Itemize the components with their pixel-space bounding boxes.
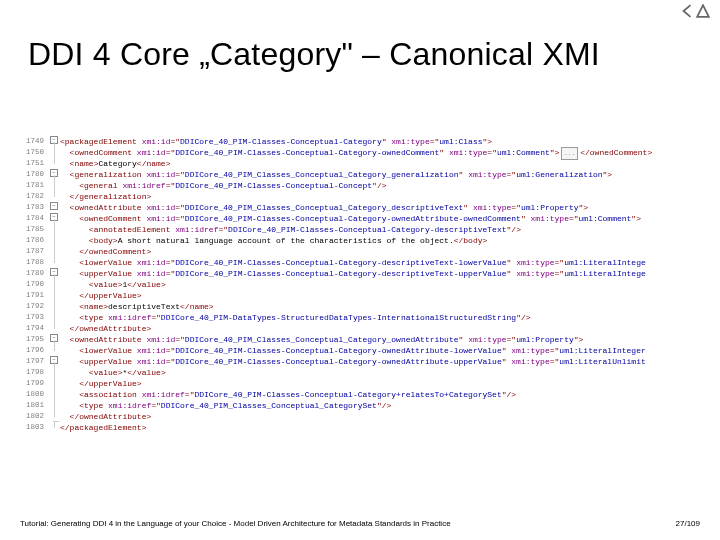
line-number: 1785 — [20, 224, 48, 235]
code-content: <ownedComment xmi:id="DDICore_40_PIM-Cla… — [60, 213, 641, 224]
code-line: 1800 <association xmi:idref="DDICore_40_… — [20, 389, 710, 400]
code-line: 1788 <lowerValue xmi:id="DDICore_40_PIM-… — [20, 257, 710, 268]
code-line: 1786 <body>A short natural language acco… — [20, 235, 710, 246]
xml-code-block: 1749−<packagedElement xmi:id="DDICore_40… — [20, 136, 710, 433]
line-number: 1802 — [20, 411, 48, 422]
code-line: 1797− <upperValue xmi:id="DDICore_40_PIM… — [20, 356, 710, 367]
code-content: <type xmi:idref="DDICore_40_PIM-DataType… — [60, 312, 531, 323]
code-content: </packagedElement> — [60, 422, 146, 433]
code-line: 1798 <value>*</value> — [20, 367, 710, 378]
line-number: 1796 — [20, 345, 48, 356]
line-number: 1783 — [20, 202, 48, 213]
line-number: 1803 — [20, 422, 48, 433]
code-line: 1749−<packagedElement xmi:id="DDICore_40… — [20, 136, 710, 147]
line-number: 1801 — [20, 400, 48, 411]
code-content: </ownedAttribute> — [60, 411, 151, 422]
code-content: <body>A short natural language account o… — [60, 235, 487, 246]
line-number: 1798 — [20, 367, 48, 378]
code-line: 1802 </ownedAttribute> — [20, 411, 710, 422]
next-icon[interactable] — [696, 4, 710, 22]
code-line: 1801 <type xmi:idref="DDICore_40_PIM_Cla… — [20, 400, 710, 411]
code-content: <general xmi:idref="DDICore_40_PIM-Class… — [60, 180, 387, 191]
code-line: 1791 </upperValue> — [20, 290, 710, 301]
code-content: <ownedAttribute xmi:id="DDICore_40_PIM_C… — [60, 202, 588, 213]
code-content: <upperValue xmi:id="DDICore_40_PIM-Class… — [60, 356, 646, 367]
code-content: <association xmi:idref="DDICore_40_PIM-C… — [60, 389, 516, 400]
code-content: </generalization> — [60, 191, 151, 202]
code-content: <lowerValue xmi:id="DDICore_40_PIM-Class… — [60, 345, 646, 356]
code-content: </upperValue> — [60, 378, 142, 389]
code-content: </ownedAttribute> — [60, 323, 151, 334]
code-content: <generalization xmi:id="DDICore_40_PIM_C… — [60, 169, 612, 180]
code-content: <lowerValue xmi:id="DDICore_40_PIM-Class… — [60, 257, 646, 268]
code-line: 1780− <generalization xmi:id="DDICore_40… — [20, 169, 710, 180]
code-line: 1750 <ownedComment xmi:id="DDICore_40_PI… — [20, 147, 710, 158]
line-number: 1786 — [20, 235, 48, 246]
slide: DDI 4 Core „Category" – Canonical XMI 17… — [0, 0, 720, 540]
code-content: <name>Category</name> — [60, 158, 170, 169]
code-line: 1799 </upperValue> — [20, 378, 710, 389]
code-line: 1803</packagedElement> — [20, 422, 710, 433]
prev-icon[interactable] — [680, 4, 694, 22]
line-number: 1751 — [20, 158, 48, 169]
line-number: 1789 — [20, 268, 48, 279]
code-content: <value>*</value> — [60, 367, 166, 378]
code-line: 1787 </ownedComment> — [20, 246, 710, 257]
code-line: 1789− <upperValue xmi:id="DDICore_40_PIM… — [20, 268, 710, 279]
line-number: 1792 — [20, 301, 48, 312]
footer-text: Tutorial: Generating DDI 4 in the Langua… — [20, 519, 451, 528]
code-content: </upperValue> — [60, 290, 142, 301]
code-content: </ownedComment> — [60, 246, 151, 257]
line-number: 1794 — [20, 323, 48, 334]
line-number: 1787 — [20, 246, 48, 257]
code-line: 1783− <ownedAttribute xmi:id="DDICore_40… — [20, 202, 710, 213]
code-line: 1794 </ownedAttribute> — [20, 323, 710, 334]
code-line: 1790 <value>1</value> — [20, 279, 710, 290]
code-content: <packagedElement xmi:id="DDICore_40_PIM-… — [60, 136, 492, 147]
code-line: 1782 </generalization> — [20, 191, 710, 202]
line-number: 1788 — [20, 257, 48, 268]
code-content: <annotatedElement xmi:idref="DDICore_40_… — [60, 224, 521, 235]
code-content: <value>1</value> — [60, 279, 166, 290]
code-line: 1793 <type xmi:idref="DDICore_40_PIM-Dat… — [20, 312, 710, 323]
line-number: 1749 — [20, 136, 48, 147]
code-content: <upperValue xmi:id="DDICore_40_PIM-Class… — [60, 268, 646, 279]
line-number: 1780 — [20, 169, 48, 180]
line-number: 1781 — [20, 180, 48, 191]
code-line: 1795− <ownedAttribute xmi:id="DDICore_40… — [20, 334, 710, 345]
line-number: 1791 — [20, 290, 48, 301]
code-line: 1792 <name>descriptiveText</name> — [20, 301, 710, 312]
line-number: 1799 — [20, 378, 48, 389]
line-number: 1784 — [20, 213, 48, 224]
nav-icons — [680, 4, 710, 22]
code-line: 1785 <annotatedElement xmi:idref="DDICor… — [20, 224, 710, 235]
line-number: 1795 — [20, 334, 48, 345]
code-content: <type xmi:idref="DDICore_40_PIM_Classes_… — [60, 400, 391, 411]
collapsed-indicator[interactable]: ... — [561, 147, 578, 160]
line-number: 1782 — [20, 191, 48, 202]
code-line: 1796 <lowerValue xmi:id="DDICore_40_PIM-… — [20, 345, 710, 356]
footer: Tutorial: Generating DDI 4 in the Langua… — [20, 519, 700, 528]
line-number: 1797 — [20, 356, 48, 367]
line-number: 1793 — [20, 312, 48, 323]
code-line: 1784− <ownedComment xmi:id="DDICore_40_P… — [20, 213, 710, 224]
code-content: <name>descriptiveText</name> — [60, 301, 214, 312]
page-number: 27/109 — [676, 519, 700, 528]
fold-minus-icon[interactable]: − — [50, 202, 58, 210]
page-title: DDI 4 Core „Category" – Canonical XMI — [28, 36, 600, 73]
fold-gutter[interactable]: − — [48, 202, 60, 210]
line-number: 1750 — [20, 147, 48, 158]
line-number: 1800 — [20, 389, 48, 400]
code-line: 1781 <general xmi:idref="DDICore_40_PIM-… — [20, 180, 710, 191]
line-number: 1790 — [20, 279, 48, 290]
code-content: <ownedAttribute xmi:id="DDICore_40_PIM_C… — [60, 334, 583, 345]
